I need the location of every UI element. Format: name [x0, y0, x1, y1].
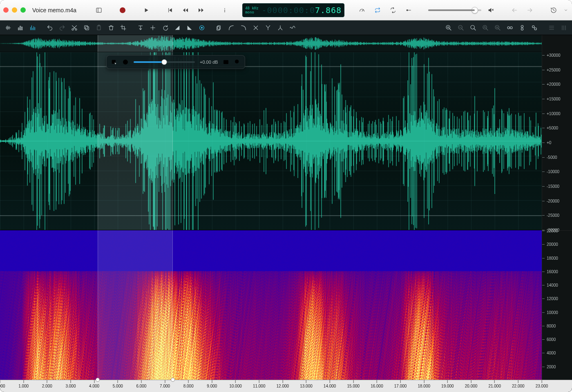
volume-slider[interactable] [428, 9, 481, 11]
freq-tick: 12000 [542, 296, 572, 301]
loop-region-icon[interactable] [387, 4, 399, 16]
freq-tick: 14000 [542, 283, 572, 287]
svg-point-48 [201, 27, 203, 29]
spectral-view-icon[interactable] [27, 22, 38, 33]
cut-icon[interactable] [69, 22, 80, 33]
play-button[interactable] [140, 4, 152, 16]
sidebar-icon[interactable] [93, 4, 105, 16]
list-icon[interactable] [546, 22, 557, 33]
time-tick: 1.000 [18, 380, 29, 388]
rewind-button[interactable] [179, 4, 192, 16]
snapshot-icon[interactable] [223, 59, 229, 65]
paste-icon[interactable] [93, 22, 105, 33]
mute-icon[interactable] [485, 4, 497, 16]
redo-icon[interactable] [56, 22, 68, 33]
overview-waveform[interactable] [0, 35, 542, 52]
zoom-peak-in-icon[interactable] [480, 22, 491, 33]
selection-marker[interactable] [171, 378, 175, 382]
fade-in-icon[interactable] [172, 22, 183, 33]
selection-tool-icon[interactable] [111, 59, 117, 65]
curve-b-icon[interactable] [238, 22, 249, 33]
crop-icon[interactable] [118, 22, 129, 33]
time-tick: 20.000 [465, 380, 478, 388]
svg-marker-4 [169, 8, 172, 12]
delete-icon[interactable] [105, 22, 117, 33]
svg-line-92 [238, 63, 240, 65]
punch-icon[interactable] [402, 4, 415, 16]
freq-tick: 2000 [542, 365, 572, 369]
svg-point-87 [123, 61, 128, 63]
spectrogram[interactable] [0, 230, 542, 380]
svg-point-9 [224, 8, 225, 9]
nav-forward-button[interactable] [524, 4, 536, 16]
history-dropdown-icon[interactable] [563, 4, 569, 16]
panel-icon[interactable] [558, 22, 570, 33]
amp-tick: -10000 [542, 169, 572, 174]
nav-back-button[interactable] [508, 4, 521, 16]
add-marker-icon[interactable] [213, 22, 225, 33]
info-button[interactable] [219, 4, 231, 16]
curve-a-icon[interactable] [226, 22, 237, 33]
time-tick: 2.000 [42, 380, 52, 388]
svg-marker-8 [201, 8, 203, 12]
time-tick: 8.000 [183, 380, 194, 388]
svg-rect-25 [18, 28, 19, 30]
link-v-icon[interactable] [516, 22, 528, 33]
cross-icon[interactable] [250, 22, 261, 33]
bars-view-icon[interactable] [15, 22, 26, 33]
merge-icon[interactable] [275, 22, 286, 33]
wave-icon[interactable] [287, 22, 298, 33]
link-h-icon[interactable] [504, 22, 516, 33]
time-tick: 0.000 [0, 380, 5, 388]
undo-icon[interactable] [44, 22, 56, 33]
gain-toolbar[interactable]: +0.00 dB [106, 55, 245, 69]
amplitude-ruler: +30000+25000+20000+15000+10000+5000+0-50… [542, 52, 572, 230]
amp-tick: -25000 [542, 213, 572, 218]
waveform-view-icon[interactable] [2, 22, 14, 33]
main-waveform[interactable] [0, 52, 542, 230]
overview-selection[interactable] [98, 35, 172, 52]
amp-tick: -20000 [542, 199, 572, 203]
copy-icon[interactable] [81, 22, 92, 33]
fork-icon[interactable] [262, 22, 274, 33]
window-zoom-button[interactable] [20, 7, 26, 13]
zoom-tool-icon[interactable] [234, 59, 241, 65]
gain-slider[interactable] [134, 61, 195, 63]
time-axis[interactable]: 0.0001.0002.0003.0004.0005.0006.0007.000… [0, 380, 542, 392]
speed-icon[interactable] [356, 4, 368, 16]
gain-globe-icon[interactable] [122, 59, 129, 65]
trim-icon[interactable] [147, 22, 159, 33]
record-button[interactable] [116, 4, 129, 16]
freq-tick: 20000 [542, 242, 572, 247]
document-title: Voice memo.m4a [32, 7, 76, 13]
link-sel-icon[interactable] [529, 22, 540, 33]
tools-toolbar [0, 20, 572, 35]
svg-rect-50 [217, 26, 220, 30]
loop-icon[interactable] [371, 4, 384, 16]
svg-line-57 [278, 28, 280, 30]
fastforward-button[interactable] [195, 4, 207, 16]
amp-tick: -15000 [542, 184, 572, 189]
zoom-out-icon[interactable] [467, 22, 479, 33]
svg-point-74 [521, 25, 523, 27]
sample-rate-label: 48 kHz [245, 6, 259, 10]
skip-start-button[interactable] [164, 4, 176, 16]
denoise-icon[interactable] [196, 22, 208, 33]
zoom-in-icon[interactable] [443, 22, 454, 33]
time-tick: 22.000 [512, 380, 525, 388]
time-tick: 23.000 [536, 380, 548, 388]
silence-icon[interactable] [135, 22, 146, 33]
zoom-peak-out-icon[interactable] [492, 22, 503, 33]
reverse-icon[interactable] [159, 22, 171, 33]
amp-tick: +10000 [542, 111, 572, 116]
history-icon[interactable] [547, 4, 560, 16]
zoom-out-sel-icon[interactable] [455, 22, 467, 33]
fade-out-icon[interactable] [184, 22, 195, 33]
window-close-button[interactable] [3, 7, 9, 13]
svg-marker-2 [145, 8, 148, 12]
time-tick: 17.000 [394, 380, 407, 388]
selection-marker[interactable] [96, 378, 100, 382]
svg-line-78 [534, 27, 534, 28]
window-minimize-button[interactable] [12, 7, 17, 13]
svg-marker-7 [199, 8, 201, 12]
